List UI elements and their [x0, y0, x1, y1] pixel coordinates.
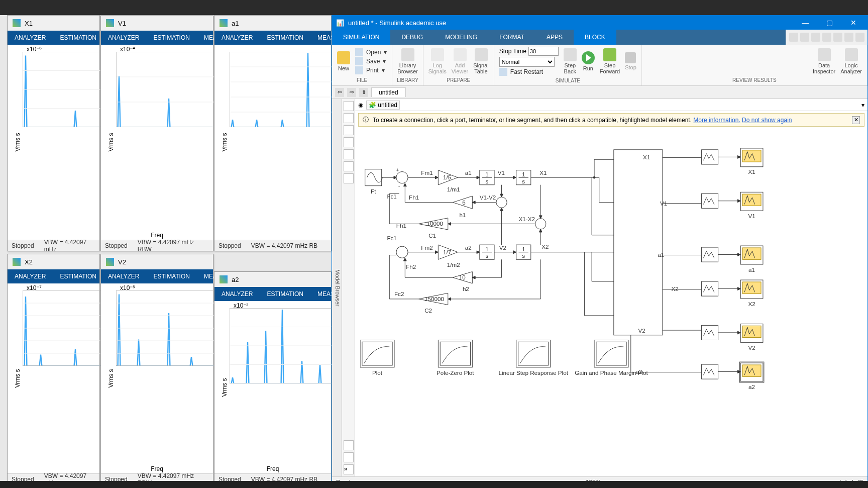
tab-modeling[interactable]: MODELING [434, 30, 488, 45]
tab-simulation[interactable]: SIMULATION [332, 30, 390, 45]
spectrum-plot[interactable]: x10⁻⁴ Vrms s Freq 020406004080 [101, 45, 213, 240]
menu-estimation[interactable]: ESTIMATION [260, 34, 310, 41]
tool-fit[interactable] [344, 125, 354, 135]
svg-rect-266 [516, 340, 551, 367]
model-tab[interactable]: untitled [371, 87, 406, 97]
svg-text:Linear Step Response Plot: Linear Step Response Plot [498, 369, 568, 376]
block-diagram[interactable]: Ft +-- Fm1 1/5 1/m1 a1 1s V1 1s X1 6 h1 [360, 130, 862, 462]
menu-analyzer[interactable]: ANALYZER [101, 273, 146, 280]
stop-button[interactable]: Stop [625, 52, 636, 70]
spectrum-window-a1[interactable]: a1 ANALYZERESTIMATIONMEASU Vrms s 00.40.… [214, 15, 332, 251]
step-forward-button[interactable]: Step Forward [600, 48, 620, 74]
open-button[interactable]: Open ▾ [355, 48, 387, 56]
library-browser-button[interactable]: Library Browser [397, 48, 417, 74]
print-button[interactable]: Print ▾ [355, 66, 387, 74]
menu-estimation[interactable]: ESTIMATION [53, 34, 103, 41]
save-button[interactable]: Save ▾ [355, 57, 387, 65]
fast-restart-button[interactable]: Fast Restart [499, 68, 559, 76]
spectrum-plot[interactable]: x10⁻³ Vrms s Freq 01020304004080 [214, 301, 331, 473]
menu-estimation[interactable]: ESTIMATION [260, 290, 310, 298]
menu-analyzer[interactable]: ANALYZER [8, 34, 53, 41]
tool-zoom[interactable] [344, 113, 354, 123]
spectrum-window-a2[interactable]: a2 ANALYZERESTIMATIONMEASURE- x10⁻³ Vrms… [214, 271, 332, 485]
log-signals-button[interactable]: Log Signals [428, 48, 447, 74]
stop-time-input[interactable] [528, 47, 559, 56]
spectrum-window-X1[interactable]: X1 ANALYZERESTIMATION x10⁻⁶ Vrms s 02040… [7, 15, 100, 251]
spectrum-plot[interactable]: Vrms s 00.40.81.21.6204080 [214, 45, 331, 240]
sim-mode-select[interactable]: Normal [499, 57, 555, 67]
simulink-titlebar[interactable]: 📊 untitled * - Simulink academic use ― ▢… [332, 16, 867, 30]
menu-analyzer[interactable]: ANALYZER [101, 34, 146, 41]
spectrum-titlebar[interactable]: V1 [101, 16, 213, 31]
info-close-button[interactable]: ✕ [852, 116, 860, 124]
menu-analyzer[interactable]: ANALYZER [8, 273, 53, 280]
menu-analyzer[interactable]: ANALYZER [214, 34, 260, 41]
svg-text:a2: a2 [748, 383, 755, 390]
add-viewer-button[interactable]: Add Viewer [452, 48, 468, 74]
qat-undo-icon[interactable] [800, 33, 809, 42]
qat-find-icon[interactable] [822, 33, 831, 42]
maximize-button[interactable]: ▢ [819, 16, 839, 29]
spectrum-titlebar[interactable]: X1 [8, 16, 99, 31]
data-inspector-button[interactable]: Data Inspector [813, 48, 835, 74]
nav-up-button[interactable]: ⇧ [359, 88, 368, 97]
menu-analyzer[interactable]: ANALYZER [214, 290, 260, 298]
menu-estimation[interactable]: ESTIMATION [146, 273, 196, 280]
spectrum-window-V2[interactable]: V2 ANALYZERESTIMATIONMEASUREM x10⁻⁵ Vrms… [100, 254, 213, 485]
tool-record[interactable] [344, 440, 354, 450]
tab-apps[interactable]: APPS [535, 30, 574, 45]
step-back-button[interactable]: Step Back [564, 48, 577, 74]
tool-image[interactable] [344, 161, 354, 171]
qat-redo-icon[interactable] [811, 33, 820, 42]
run-button[interactable]: Run [582, 51, 595, 71]
tool-annot[interactable] [344, 149, 354, 159]
spectrum-titlebar[interactable]: V2 [101, 254, 213, 269]
spectrum-plot[interactable]: x10⁻⁶ Vrms s 02040608004080 [8, 45, 99, 240]
tool-props[interactable] [344, 452, 354, 462]
spectrum-icon [106, 19, 114, 27]
tab-block[interactable]: BLOCK [574, 30, 616, 45]
svg-text:a2: a2 [465, 244, 472, 251]
signal-table-button[interactable]: Signal Table [473, 48, 489, 74]
tool-pan[interactable] [344, 137, 354, 147]
menu-estimation[interactable]: ESTIMATION [53, 273, 103, 280]
svg-text:Fc1: Fc1 [387, 235, 396, 241]
new-button[interactable]: New [337, 51, 350, 71]
svg-marker-108 [477, 176, 480, 179]
spectrum-titlebar[interactable]: a1 [214, 16, 331, 31]
minimize-button[interactable]: ― [795, 16, 815, 29]
info-dismiss-link[interactable]: Do not show again [742, 117, 792, 124]
svg-text:X2: X2 [671, 285, 678, 292]
tool-area[interactable] [344, 173, 354, 183]
svg-text:Ft: Ft [371, 188, 376, 194]
tab-format[interactable]: FORMAT [488, 30, 535, 45]
log-signals-icon [431, 48, 444, 61]
qat-collapse-icon[interactable] [855, 33, 864, 42]
spectrum-plot[interactable]: x10⁻⁷ Vrms s 010203040506004080 [8, 283, 99, 473]
qat-help-icon[interactable] [844, 33, 853, 42]
tab-debug[interactable]: DEBUG [390, 30, 434, 45]
spectrum-titlebar[interactable]: a2 [214, 272, 331, 287]
tool-expand[interactable]: » [344, 464, 354, 474]
canvas[interactable]: ◉ 🧩 untitled ▾ ⓘ To create a connection,… [355, 99, 867, 476]
svg-text:Fm2: Fm2 [421, 244, 432, 251]
svg-marker-166 [513, 251, 516, 254]
spectrum-plot[interactable]: x10⁻⁵ Vrms s Freq 0481216202404080 [101, 283, 213, 473]
spectrum-titlebar[interactable]: X2 [8, 254, 99, 269]
close-button[interactable]: ✕ [843, 16, 863, 29]
qat-save-icon[interactable] [789, 33, 798, 42]
qat-more-icon[interactable] [833, 33, 842, 42]
model-browser-handle[interactable]: Model Browser [332, 99, 342, 476]
menu-estimation[interactable]: ESTIMATION [146, 34, 196, 41]
spectrum-status: StoppedVBW = 4.42097 mHz [8, 240, 99, 251]
spectrum-window-V1[interactable]: V1 ANALYZERESTIMATIONMEASUREM x10⁻⁴ Vrms… [100, 15, 213, 251]
tool-hide[interactable] [344, 101, 354, 111]
logic-analyzer-button[interactable]: Logic Analyzer [840, 48, 862, 74]
spectrum-window-X2[interactable]: X2 ANALYZERESTIMATION x10⁻⁷ Vrms s 01020… [7, 254, 100, 485]
canvas-path-dropdown[interactable]: ▾ [861, 102, 864, 109]
nav-back-button[interactable]: ⇦ [335, 88, 344, 97]
nav-forward-button[interactable]: ⇨ [347, 88, 356, 97]
svg-text:1: 1 [485, 246, 488, 252]
info-more-link[interactable]: More information. [693, 117, 740, 124]
taskbar[interactable] [0, 481, 868, 488]
